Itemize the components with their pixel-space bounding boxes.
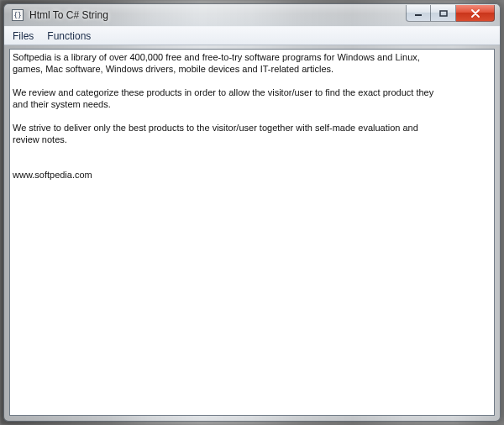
menu-item-functions[interactable]: Functions [40,27,97,45]
svg-rect-2 [415,14,422,16]
window-title: Html To C# String [29,9,108,21]
menubar: Files Functions [4,26,500,45]
titlebar[interactable]: {} Html To C# String [4,4,500,26]
minimize-button[interactable] [406,5,431,22]
caption-buttons [406,5,495,22]
svg-rect-3 [440,11,447,16]
menu-item-files[interactable]: Files [6,27,40,45]
app-window: {} Html To C# String Files Functions [3,3,501,422]
app-icon: {} [11,8,24,22]
editor-textarea[interactable] [10,50,494,415]
close-button[interactable] [456,5,495,22]
maximize-button[interactable] [431,5,456,22]
svg-text:{}: {} [13,12,22,19]
editor-frame [9,49,495,416]
